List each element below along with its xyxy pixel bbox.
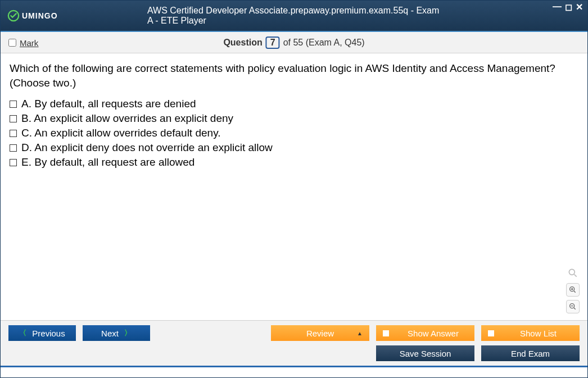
next-button[interactable]: Next 〉: [83, 325, 150, 341]
svg-point-1: [569, 269, 575, 275]
app-logo: UMINGO: [7, 10, 58, 22]
square-icon: [488, 330, 494, 336]
end-exam-button[interactable]: End Exam: [481, 345, 580, 361]
save-session-button[interactable]: Save Session: [376, 345, 474, 361]
svg-line-6: [574, 291, 576, 293]
choice-checkbox[interactable]: [10, 159, 17, 166]
question-number: 7: [266, 37, 280, 49]
choice-b[interactable]: B. An explicit allow overrides an explic…: [10, 112, 578, 125]
logo-check-icon: [7, 10, 20, 22]
choice-a[interactable]: A. By default, all requests are denied: [10, 98, 578, 110]
mark-checkbox[interactable]: [8, 39, 16, 47]
window-controls: — ◻ ✕: [553, 2, 583, 12]
mark-checkbox-wrap[interactable]: Mark: [8, 38, 38, 48]
arrow-left-icon: 〈: [19, 328, 26, 338]
footer-row-1: 〈 Previous Next 〉 Review ▲ Show Answer S…: [8, 325, 580, 341]
logo-text: UMINGO: [22, 11, 58, 20]
window-title: AWS Certified Developer Associate.prepaw…: [147, 6, 441, 26]
zoom-in-button[interactable]: [566, 283, 580, 297]
previous-button[interactable]: 〈 Previous: [8, 325, 76, 341]
question-text: Which of the following are correct state…: [10, 61, 578, 90]
show-list-button[interactable]: Show List: [481, 325, 580, 341]
svg-line-2: [575, 275, 577, 277]
question-label: Question: [223, 38, 262, 48]
choice-e[interactable]: E. By default, all request are allowed: [10, 156, 578, 168]
question-suffix: of 55 (Exam A, Q45): [283, 38, 365, 48]
show-answer-button[interactable]: Show Answer: [376, 325, 474, 341]
review-button[interactable]: Review ▲: [271, 325, 369, 341]
question-bar: Mark Question 7 of 55 (Exam A, Q45): [1, 32, 587, 53]
mark-label: Mark: [20, 38, 38, 48]
choices-list: A. By default, all requests are denied B…: [10, 98, 578, 168]
choice-d[interactable]: D. An explicit deny does not override an…: [10, 142, 578, 154]
title-bar: UMINGO AWS Certified Developer Associate…: [1, 1, 587, 32]
footer: 〈 Previous Next 〉 Review ▲ Show Answer S…: [1, 320, 587, 366]
choice-checkbox[interactable]: [10, 101, 17, 108]
maximize-button[interactable]: ◻: [565, 2, 572, 12]
minimize-button[interactable]: —: [553, 2, 562, 12]
question-info: Question 7 of 55 (Exam A, Q45): [223, 37, 364, 49]
footer-row-2: Save Session End Exam: [8, 345, 580, 361]
choice-checkbox[interactable]: [10, 115, 17, 122]
choice-checkbox[interactable]: [10, 130, 17, 137]
arrow-right-icon: 〉: [124, 328, 132, 338]
square-icon: [383, 330, 389, 336]
svg-line-9: [574, 308, 576, 309]
zoom-out-button[interactable]: [566, 300, 580, 313]
zoom-controls: [566, 266, 580, 313]
choice-checkbox[interactable]: [10, 144, 17, 152]
choice-c[interactable]: C. An explicit allow overrides default d…: [10, 127, 578, 139]
triangle-up-icon: ▲: [357, 330, 363, 336]
question-content: Which of the following are correct state…: [1, 53, 587, 320]
close-button[interactable]: ✕: [576, 2, 583, 12]
bottom-accent: [1, 366, 587, 367]
search-icon[interactable]: [566, 266, 580, 280]
